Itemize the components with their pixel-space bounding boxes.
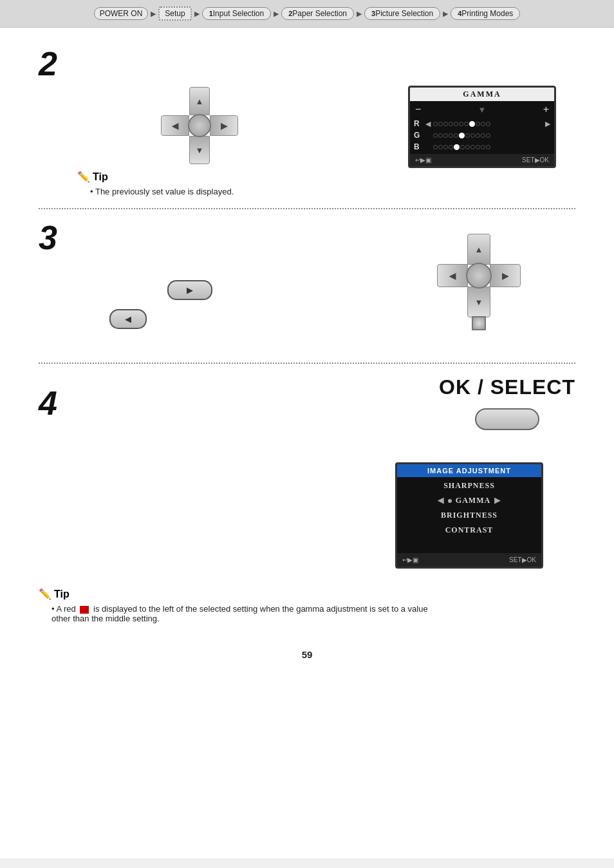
ok-button[interactable] — [475, 408, 539, 430]
gamma-g-label: G — [414, 131, 423, 140]
imgadj-title: IMAGE ADJUSTMENT — [397, 464, 541, 477]
nav-arrow-1: ▶ — [151, 10, 156, 18]
button-right-step3[interactable]: ▶ — [167, 280, 212, 300]
gamma-g-bar — [433, 133, 543, 138]
nav-step4: 4Printing Modes — [451, 7, 520, 20]
nav-power-on: POWER ON ▶ — [94, 7, 159, 20]
gamma-b-bar — [433, 144, 543, 150]
dpad3-left[interactable]: ◀ — [437, 264, 468, 287]
imgadj-footer: ↩▶▣ SET▶OK — [397, 553, 541, 567]
imgadj-right-chevron[interactable]: ▶ — [494, 496, 501, 505]
divider-1 — [39, 208, 575, 209]
step4-section: 4 OK / SELECT — [39, 375, 575, 430]
dpad-step2: ▲ ▼ ◀ ▶ — [161, 87, 238, 164]
page-number: 59 — [39, 649, 575, 673]
imgadj-gamma-label: GAMMA — [456, 496, 490, 505]
step3-label: 3Picture Selection — [364, 7, 440, 20]
gamma-g-row: G — [410, 129, 554, 141]
imgadj-left-chevron[interactable]: ◀ — [438, 496, 444, 505]
bottom-tip-header: ✏️ Tip — [39, 588, 575, 600]
setup-label: Setup — [158, 6, 191, 21]
step4-right: OK / SELECT — [439, 375, 575, 430]
bottom-tip-list: A red is displayed to the left of the se… — [51, 604, 575, 623]
tip-list: The previously set value is displayed. — [90, 187, 309, 196]
dpad3-up[interactable]: ▲ — [467, 234, 490, 265]
dpad-down[interactable]: ▼ — [189, 136, 210, 164]
gamma-b-label: B — [414, 142, 423, 151]
step3-right: ▲ ▼ ◀ ▶ — [382, 221, 575, 317]
gamma-title: GAMMA — [410, 88, 554, 101]
gamma-r-right[interactable]: ▶ — [545, 120, 550, 128]
gamma-footer-left: ↩▶▣ — [415, 156, 431, 164]
dpad3-down[interactable]: ▼ — [467, 287, 490, 317]
nav-arrow-3: ▶ — [274, 10, 279, 18]
nav-arrow-2: ▶ — [194, 10, 200, 18]
dpad3-up-icon: ▲ — [475, 245, 483, 254]
step2-section: 2 ▲ ▼ ◀ ▶ — [39, 47, 575, 196]
dpad3-down-icon: ▼ — [475, 297, 483, 307]
dpad3-center — [466, 263, 492, 288]
step1-label: 1Input Selection — [202, 7, 272, 20]
step4-number: 4 — [39, 386, 167, 420]
image-adjustment-screen: IMAGE ADJUSTMENT SHARPNESS ◀ GAMMA ▶ BRI… — [395, 462, 543, 569]
step2-right: GAMMA − ▼ + R ◀ — [408, 86, 575, 168]
imgadj-footer-left: ↩▶▣ — [402, 556, 418, 563]
imgadj-dot — [448, 499, 452, 503]
nav-step1: 1Input Selection ▶ — [202, 7, 282, 20]
step2-label: 2Paper Selection — [281, 7, 354, 20]
step2-tip: ✏️ Tip The previously set value is displ… — [77, 171, 309, 196]
gamma-b-row: B — [410, 141, 554, 153]
ok-select-label: OK / SELECT — [439, 375, 575, 399]
nav-arrow-5: ▶ — [443, 10, 448, 18]
gamma-r-left[interactable]: ◀ — [425, 120, 431, 128]
dpad-body: ▲ ▼ ◀ ▶ — [161, 87, 238, 164]
tip-pencil-icon: ✏️ — [77, 171, 90, 183]
dpad-left[interactable]: ◀ — [161, 115, 189, 136]
tip-header: ✏️ Tip — [77, 171, 309, 183]
dpad-step3: ▲ ▼ ◀ ▶ — [437, 234, 521, 317]
tip-item-1: The previously set value is displayed. — [90, 187, 309, 196]
nav-step2: 2Paper Selection ▶ — [281, 7, 364, 20]
divider-2 — [39, 363, 575, 364]
bottom-tip-label: Tip — [54, 589, 70, 600]
gamma-footer-right: SET▶OK — [522, 156, 549, 164]
dpad3-ok-button[interactable] — [472, 316, 486, 330]
step3-number: 3 — [39, 221, 309, 254]
up-arrow-icon: ▲ — [196, 97, 204, 106]
imgadj-contrast: CONTRAST — [397, 523, 541, 539]
gamma-r-label: R — [414, 119, 423, 128]
gamma-r-bar — [433, 121, 543, 127]
imgadj-gamma-selected: ◀ GAMMA ▶ — [397, 493, 541, 508]
step2-left: 2 ▲ ▼ ◀ ▶ — [39, 47, 309, 196]
bottom-tip-item: A red is displayed to the left of the se… — [51, 604, 575, 623]
breadcrumb-nav: POWER ON ▶ Setup ▶ 1Input Selection ▶ 2P… — [0, 0, 614, 28]
tip-label: Tip — [93, 171, 108, 183]
step2-number: 2 — [39, 47, 309, 80]
step3-left: 3 ▶ ◀ — [39, 221, 309, 351]
nav-arrow-4: ▶ — [357, 10, 362, 18]
imgadj-footer-right: SET▶OK — [509, 556, 536, 563]
dpad3-left-icon: ◀ — [449, 271, 456, 281]
step4-left: 4 — [39, 386, 167, 420]
dpad3-right-icon: ▶ — [502, 271, 508, 281]
left-arrow-icon: ◀ — [172, 121, 178, 131]
dpad-up[interactable]: ▲ — [189, 87, 210, 115]
dpad-center — [188, 114, 211, 137]
red-square-indicator — [80, 606, 89, 614]
down-arrow-icon: ▼ — [196, 146, 204, 155]
gamma-plus: + — [543, 104, 549, 115]
gamma-r-row: R ◀ ▶ — [410, 118, 554, 129]
dpad-right[interactable]: ▶ — [210, 115, 238, 136]
bottom-tip-icon: ✏️ — [39, 588, 51, 600]
imgadj-sharpness: SHARPNESS — [397, 477, 541, 493]
imgadj-brightness: BRIGHTNESS — [397, 508, 541, 523]
nav-setup: Setup ▶ — [158, 6, 201, 21]
button-left-step3[interactable]: ◀ — [109, 309, 147, 329]
power-on-label: POWER ON — [94, 7, 149, 20]
nav-step3: 3Picture Selection ▶ — [364, 7, 451, 20]
dpad3-right[interactable]: ▶ — [490, 264, 521, 287]
right-arrow-icon: ▶ — [221, 121, 227, 131]
step4-label: 4Printing Modes — [451, 7, 520, 20]
gamma-controls: − ▼ + — [410, 101, 554, 118]
main-content: 2 ▲ ▼ ◀ ▶ — [0, 28, 614, 858]
